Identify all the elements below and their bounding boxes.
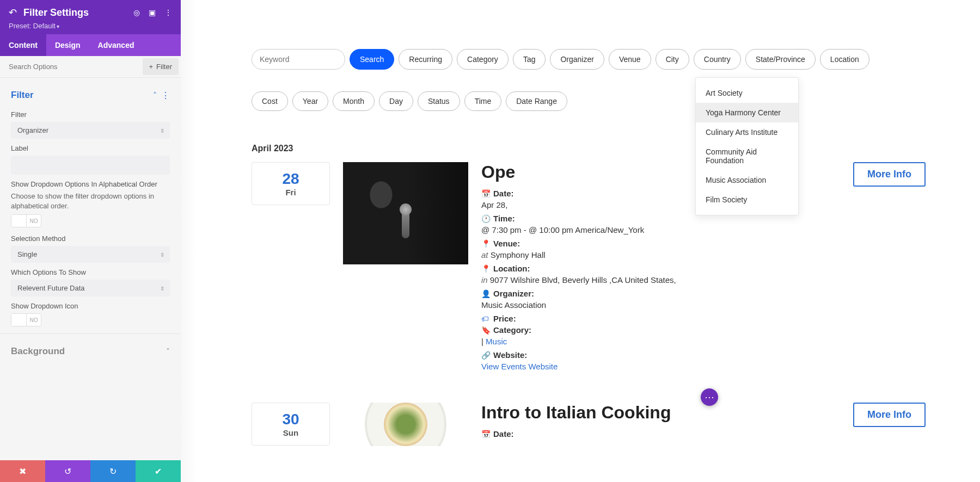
pill-recurring[interactable]: Recurring — [399, 49, 452, 70]
menu-dots-icon[interactable]: ⋮ — [164, 8, 172, 17]
event-title: Intro to Italian Cooking — [481, 403, 840, 423]
chevron-up-icon[interactable]: ˄ — [153, 91, 157, 100]
dropdown-item[interactable]: Yoga Harmony Center — [696, 103, 798, 122]
event-row: 30 Sun Intro to Italian Cooking 📅Date: M… — [252, 403, 926, 446]
event-date-num: 28 — [252, 170, 329, 188]
website-link[interactable]: View Events Website — [481, 362, 558, 371]
event-row: 28 Fri Ope 📅Date: Apr 28, 🕐Time: @ 7:30 … — [252, 162, 926, 375]
pin-icon: 📍 — [481, 264, 490, 273]
selection-method-label: Selection Method — [11, 234, 170, 243]
pill-year[interactable]: Year — [292, 91, 328, 111]
pill-state[interactable]: State/Province — [745, 49, 816, 70]
event-date-day: Fri — [252, 188, 329, 197]
link-icon: 🔗 — [481, 351, 490, 360]
chevron-down-icon: ˅ — [166, 347, 170, 356]
filter-pills-row-2: Cost Year Month Day Status Time Date Ran… — [252, 91, 926, 111]
sidebar-header: ↶ Filter Settings ◎ ▣ ⋮ Preset: Default▾ — [0, 0, 181, 34]
floating-action-button[interactable]: ⋯ — [701, 388, 718, 406]
pill-location[interactable]: Location — [820, 49, 869, 70]
filter-select[interactable]: Organizer ⇳ — [11, 122, 170, 139]
pill-time[interactable]: Time — [464, 91, 502, 111]
more-info-button[interactable]: More Info — [853, 403, 926, 427]
undo-button[interactable]: ↺ — [45, 460, 90, 482]
settings-sidebar: ↶ Filter Settings ◎ ▣ ⋮ Preset: Default▾… — [0, 0, 181, 482]
dropdown-icon-toggle[interactable]: NO — [11, 313, 41, 326]
month-heading: April 2023 — [252, 144, 926, 153]
sidebar-footer: ✖ ↺ ↻ ✔ — [0, 460, 181, 482]
preset-label: Preset: Default — [9, 22, 56, 30]
label-field-label: Label — [11, 144, 170, 152]
pill-day[interactable]: Day — [379, 91, 413, 111]
which-options-label: Which Options To Show — [11, 268, 170, 276]
pill-category[interactable]: Category — [457, 49, 509, 70]
category-link[interactable]: Music — [486, 337, 507, 346]
background-section-header[interactable]: Background ˅ — [0, 333, 181, 369]
location-label: Location: — [493, 264, 530, 273]
event-image — [343, 162, 468, 264]
clock-icon: 🕐 — [481, 214, 490, 223]
date-label: Date: — [493, 429, 514, 438]
pill-month[interactable]: Month — [333, 91, 375, 111]
date-label: Date: — [493, 189, 514, 198]
pill-city[interactable]: City — [656, 49, 689, 70]
pill-search[interactable]: Search — [350, 49, 394, 70]
back-icon[interactable]: ↶ — [9, 7, 17, 18]
dropdown-item[interactable]: Film Society — [696, 190, 798, 209]
selection-method-select[interactable]: Single ⇳ — [11, 246, 170, 263]
alpha-help: Choose to show the filter dropdown optio… — [11, 191, 170, 211]
which-options-select[interactable]: Relevent Future Data ⇳ — [11, 280, 170, 296]
pill-country[interactable]: Country — [694, 49, 741, 70]
caret-down-icon: ▾ — [57, 23, 59, 29]
section-menu-icon[interactable]: ⋮ — [161, 90, 170, 101]
organizer-label: Organizer: — [493, 289, 534, 298]
target-icon[interactable]: ◎ — [133, 8, 140, 17]
label-input[interactable] — [11, 156, 170, 175]
keyword-input[interactable] — [252, 49, 345, 70]
filter-field-label: Filter — [11, 110, 170, 119]
add-filter-button[interactable]: + Filter — [143, 58, 179, 75]
tab-advanced[interactable]: Advanced — [89, 34, 143, 56]
website-label: Website: — [493, 350, 527, 360]
search-options-input[interactable] — [0, 57, 140, 76]
event-details: Intro to Italian Cooking 📅Date: — [481, 403, 840, 441]
search-options-bar: + Filter — [0, 56, 181, 78]
tab-content[interactable]: Content — [0, 34, 46, 56]
background-section-title: Background — [11, 346, 65, 357]
dropdown-item[interactable]: Culinary Arts Institute — [696, 122, 798, 142]
event-date-box: 28 Fri — [252, 162, 330, 205]
dropdown-item[interactable]: Art Society — [696, 83, 798, 103]
dropdown-icon-label: Show Dropdown Icon — [11, 302, 170, 310]
pill-cost[interactable]: Cost — [252, 91, 288, 111]
alpha-label: Show Dropdown Options In Alphabetical Or… — [11, 180, 170, 188]
dropdown-item[interactable]: Community Aid Foundation — [696, 142, 798, 170]
more-info-button[interactable]: More Info — [853, 162, 926, 187]
pill-status[interactable]: Status — [418, 91, 460, 111]
category-label: Category: — [493, 325, 531, 335]
alpha-toggle[interactable]: NO — [11, 214, 41, 227]
alpha-toggle-label: NO — [27, 218, 41, 224]
cancel-button[interactable]: ✖ — [0, 460, 45, 482]
dropdown-icon-toggle-label: NO — [27, 317, 41, 323]
tab-design[interactable]: Design — [46, 34, 89, 56]
panel-icon[interactable]: ▣ — [149, 8, 156, 17]
sidebar-title: Filter Settings — [23, 7, 127, 18]
organizer-dropdown: Art Society Yoga Harmony Center Culinary… — [695, 77, 799, 215]
redo-button[interactable]: ↻ — [90, 460, 136, 482]
price-label: Price: — [493, 314, 516, 323]
pin-icon: 📍 — [481, 239, 490, 248]
dropdown-item[interactable]: Music Association — [696, 170, 798, 190]
pill-date-range[interactable]: Date Range — [506, 91, 567, 111]
venue-label: Venue: — [493, 239, 520, 248]
pill-venue[interactable]: Venue — [609, 49, 651, 70]
venue-prefix: at — [481, 250, 488, 259]
venue-value: Symphony Hall — [491, 250, 546, 259]
time-value: @ 7:30 pm - @ 10:00 pm America/New_York — [481, 225, 840, 234]
add-filter-label: Filter — [156, 63, 172, 71]
save-button[interactable]: ✔ — [136, 460, 181, 482]
preset-selector[interactable]: Preset: Default▾ — [9, 22, 172, 30]
organizer-value: Music Association — [481, 300, 840, 310]
pill-tag[interactable]: Tag — [513, 49, 546, 70]
location-value: 9077 Wilshire Blvd, Beverly Hills ,CA Un… — [490, 275, 676, 285]
filter-section-header[interactable]: Filter ˄ ⋮ — [11, 85, 170, 105]
pill-organizer[interactable]: Organizer — [550, 49, 604, 70]
